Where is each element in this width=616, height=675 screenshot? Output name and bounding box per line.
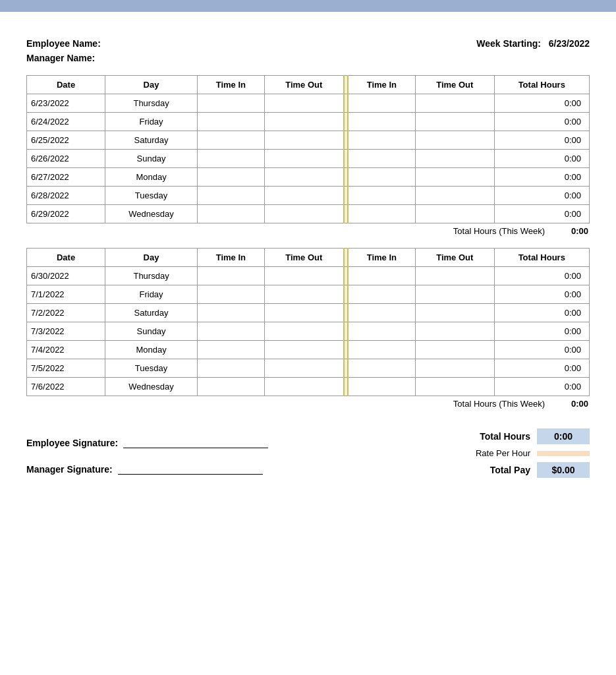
hours-cell: 0:00 — [494, 304, 589, 322]
time-cell[interactable] — [348, 267, 416, 285]
table1-total-label: Total Hours (This Week) — [453, 226, 545, 236]
time-cell[interactable] — [348, 168, 416, 187]
time-cell[interactable] — [197, 378, 264, 396]
time-cell[interactable] — [348, 322, 416, 341]
time-cell[interactable] — [348, 94, 416, 113]
day-cell: Saturday — [105, 131, 198, 150]
time-cell[interactable] — [197, 94, 264, 113]
time-cell[interactable] — [415, 131, 494, 150]
date-cell: 7/3/2022 — [27, 322, 105, 341]
time-cell[interactable] — [415, 205, 494, 223]
time-cell[interactable] — [264, 150, 343, 168]
time-cell[interactable] — [197, 267, 264, 285]
time-cell[interactable] — [264, 205, 343, 223]
col-day-2: Day — [105, 249, 198, 267]
time-cell[interactable] — [197, 341, 264, 359]
hours-cell: 0:00 — [494, 341, 589, 359]
time-cell[interactable] — [197, 304, 264, 322]
employee-signature-row: Employee Signature: — [26, 435, 268, 448]
time-cell[interactable] — [197, 168, 264, 187]
time-cell[interactable] — [197, 150, 264, 168]
time-cell[interactable] — [415, 285, 494, 304]
time-cell[interactable] — [415, 267, 494, 285]
time-cell[interactable] — [348, 205, 416, 223]
col-totalhours-2: Total Hours — [494, 249, 589, 267]
time-cell[interactable] — [415, 168, 494, 187]
time-cell[interactable] — [264, 168, 343, 187]
time-cell[interactable] — [197, 131, 264, 150]
time-cell[interactable] — [197, 205, 264, 223]
total-hours-row: Total Hours 0:00 — [451, 428, 590, 444]
col-timeout2-2: Time Out — [415, 249, 494, 267]
date-cell: 6/23/2022 — [27, 94, 105, 113]
date-cell: 7/1/2022 — [27, 285, 105, 304]
employee-signature-line[interactable] — [123, 435, 268, 448]
time-cell[interactable] — [415, 359, 494, 378]
col-totalhours-1: Total Hours — [494, 76, 589, 94]
time-cell[interactable] — [197, 187, 264, 205]
time-cell[interactable] — [197, 322, 264, 341]
rate-per-hour-row: Rate Per Hour — [451, 448, 590, 458]
time-cell[interactable] — [348, 131, 416, 150]
time-cell[interactable] — [264, 94, 343, 113]
time-cell[interactable] — [197, 359, 264, 378]
time-cell[interactable] — [348, 378, 416, 396]
time-cell[interactable] — [415, 304, 494, 322]
table-row: 6/29/2022Wednesday0:00 — [27, 205, 590, 223]
time-cell[interactable] — [264, 131, 343, 150]
col-timein1-1: Time In — [197, 76, 264, 94]
time-cell[interactable] — [415, 341, 494, 359]
day-cell: Thursday — [105, 267, 198, 285]
time-cell[interactable] — [348, 359, 416, 378]
time-cell[interactable] — [197, 285, 264, 304]
time-cell[interactable] — [348, 113, 416, 131]
col-date-2: Date — [27, 249, 105, 267]
table-row: 7/4/2022Monday0:00 — [27, 341, 590, 359]
time-cell[interactable] — [348, 150, 416, 168]
time-cell[interactable] — [415, 150, 494, 168]
table-row: 7/5/2022Tuesday0:00 — [27, 359, 590, 378]
time-cell[interactable] — [415, 378, 494, 396]
time-cell[interactable] — [415, 187, 494, 205]
day-cell: Monday — [105, 341, 198, 359]
time-cell[interactable] — [264, 322, 343, 341]
time-cell[interactable] — [415, 322, 494, 341]
rate-per-hour-value[interactable] — [537, 451, 590, 456]
page: Employee Name: Week Starting: 6/23/2022 … — [0, 12, 616, 504]
day-cell: Wednesday — [105, 205, 198, 223]
employee-name-row: Employee Name: Week Starting: 6/23/2022 — [26, 38, 590, 49]
table2-total-value: 0:00 — [555, 399, 588, 409]
summary-section: Employee Signature: Manager Signature: T… — [26, 428, 590, 478]
table1-header-row: Date Day Time In Time Out Time In Time O… — [27, 76, 590, 94]
time-cell[interactable] — [264, 113, 343, 131]
totals-box: Total Hours 0:00 Rate Per Hour Total Pay… — [451, 428, 590, 478]
manager-signature-label: Manager Signature: — [26, 464, 113, 475]
time-cell[interactable] — [348, 285, 416, 304]
time-cell[interactable] — [348, 304, 416, 322]
hours-cell: 0:00 — [494, 150, 589, 168]
time-cell[interactable] — [264, 304, 343, 322]
date-cell: 7/6/2022 — [27, 378, 105, 396]
date-cell: 6/29/2022 — [27, 205, 105, 223]
time-cell[interactable] — [264, 341, 343, 359]
time-cell[interactable] — [415, 94, 494, 113]
time-cell[interactable] — [264, 187, 343, 205]
hours-cell: 0:00 — [494, 205, 589, 223]
header-fields: Employee Name: Week Starting: 6/23/2022 … — [26, 38, 590, 63]
timesheet-table-2: Date Day Time In Time Out Time In Time O… — [26, 248, 590, 396]
time-cell[interactable] — [348, 187, 416, 205]
time-cell[interactable] — [348, 341, 416, 359]
manager-signature-line[interactable] — [118, 461, 263, 475]
time-cell[interactable] — [264, 285, 343, 304]
time-cell[interactable] — [264, 359, 343, 378]
hours-cell: 0:00 — [494, 131, 589, 150]
hours-cell: 0:00 — [494, 168, 589, 187]
time-cell[interactable] — [264, 378, 343, 396]
week-starting-label: Week Starting: — [476, 38, 541, 49]
time-cell[interactable] — [415, 113, 494, 131]
time-cell[interactable] — [264, 267, 343, 285]
table2-total-row: Total Hours (This Week) 0:00 — [26, 399, 590, 409]
date-cell: 7/2/2022 — [27, 304, 105, 322]
time-cell[interactable] — [197, 113, 264, 131]
table-row: 7/2/2022Saturday0:00 — [27, 304, 590, 322]
